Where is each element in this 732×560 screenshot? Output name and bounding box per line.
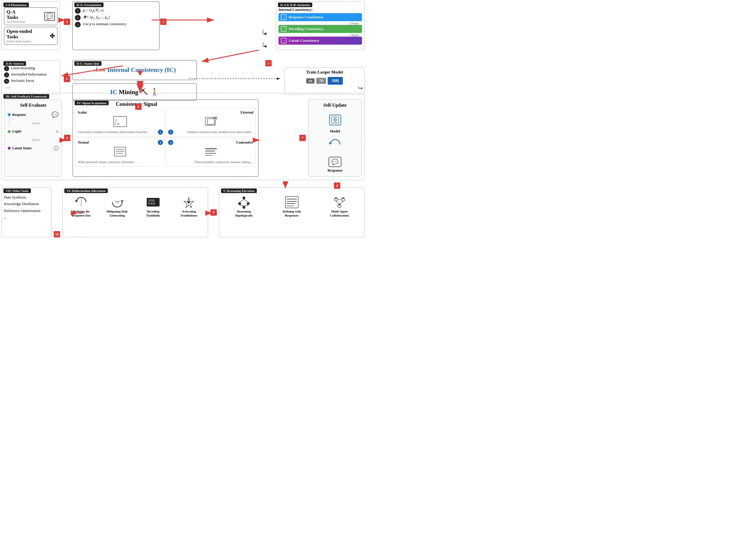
eval-response-left: Response	[8, 113, 26, 117]
reasoning-topo-label: ReasoningTopologically	[235, 209, 253, 218]
svg-line-60	[244, 199, 248, 202]
response-consistency-item: 1 Response Consistency	[279, 13, 362, 21]
model-2b: 2B	[306, 78, 315, 84]
signal-external: External Compiler execution results, fee…	[166, 108, 256, 137]
eval-response-item: Response 💬	[8, 111, 59, 118]
task-3: Preference Optimization	[4, 207, 49, 214]
scalar-fx-icon: 01 f x	[113, 116, 127, 127]
formula-text-2: 𝒴 = {y1, y2,..., yn}	[83, 15, 110, 20]
decoding-consistency-item: 2 Decoding Consistency	[279, 25, 362, 33]
src-text-2: Snowballed Hallucination	[11, 72, 47, 77]
refining-responses-icon	[284, 195, 300, 209]
arrow-1-badge: 1	[64, 19, 70, 25]
external-badge-2: 2	[168, 130, 173, 135]
signal-scalar: Scalar 01 f x Uncertainty/Confidence Est…	[75, 108, 165, 137]
inclusion-label: II-A & II-B: Inclusion	[278, 3, 312, 7]
signal-grid: Scalar 01 f x Uncertainty/Confidence Est…	[75, 108, 256, 167]
eval-response-label: Response	[12, 113, 26, 117]
formula-num-3: 3	[75, 22, 81, 27]
signal-contrastive: Contrastive Token probability comparison…	[166, 138, 256, 167]
src-text-3: Stochastic Parrot	[11, 79, 34, 83]
self-evaluate-box: Self-Evaluate Response 💬 Deeper	[5, 100, 62, 177]
activating-truthfulness-item: ActivatingTruthfulness	[176, 195, 202, 218]
sources-section: II-D: Sources 1 Latent Reasoning 2 Snowb…	[1, 60, 60, 94]
svg-point-75	[342, 198, 344, 199]
svg-rect-31	[114, 147, 126, 156]
refining-iter-label: Refining theResponse Iter.	[72, 209, 91, 218]
section3-container: III: Self-Feedback Framework Self-Evalua…	[1, 93, 365, 180]
section5-label: V: Reasoning Elevation	[221, 188, 257, 193]
textual-icon-container	[78, 146, 162, 158]
eval-logits-label: Logits	[12, 129, 21, 134]
status-quo-label: II-C: Status Quo	[74, 61, 102, 66]
refining-responses-item: Refining withResponses	[279, 195, 305, 218]
diagram-container: I-A Phenomena Q-ATasks Lack Reasoning 💬 …	[0, 0, 366, 280]
eval-logits-item: Logits ≡	[8, 128, 59, 135]
svg-line-61	[240, 205, 244, 206]
latent-icon: ⬡	[54, 145, 59, 152]
textual-title: Textual	[78, 140, 162, 145]
rc-num: 1	[281, 14, 287, 20]
section6-label: VI: Hallucination Alleviation	[64, 188, 108, 193]
latent-dot	[8, 147, 11, 150]
eval-logits-left: Logits	[8, 129, 21, 134]
decoding-truthfully-label: DecodingTruthfully	[146, 209, 160, 218]
self-update-box: Self-Update Model	[309, 100, 362, 177]
task-4: ...	[4, 214, 49, 221]
svg-line-72	[340, 201, 343, 204]
activating-icon	[181, 195, 197, 209]
arrow-7-badge: 7	[300, 135, 306, 141]
section5-box: V: Reasoning Elevation	[219, 187, 365, 237]
reasoning-topo-icon	[236, 195, 252, 209]
task-1: Data Synthesis	[4, 194, 49, 200]
train-model-title: Train Larger Model	[287, 70, 362, 75]
svg-marker-47	[329, 143, 332, 144]
formula-text-3: Use y to estimate consistency	[83, 22, 127, 26]
logits-icon: ≡	[55, 128, 59, 135]
mitigating-hall-item: Mitigating Hall.Generating	[104, 195, 130, 218]
deeper-eval-1: Deeper	[13, 122, 59, 125]
rc-text: Response Consistency	[289, 15, 324, 19]
formula-num-2: 2	[75, 15, 81, 21]
arrow-2-badge: 2	[160, 19, 166, 25]
source-2: 2 Snowballed Hallucination	[4, 72, 57, 78]
latent-consistency-item: 3 Latent Consistency	[279, 37, 362, 45]
model-7b: 7B	[316, 78, 326, 84]
deeper-1: ↓ Deeper	[279, 22, 362, 25]
update-model-icon	[327, 112, 344, 128]
scalar-badge-1: 1	[158, 130, 163, 135]
update-response-label: Response	[312, 168, 358, 173]
contrastive-icon	[204, 146, 218, 157]
arrow-3-badge: 3	[265, 60, 272, 66]
scalar-badges: 1	[158, 130, 163, 135]
deeper-eval-2: Deeper	[13, 138, 59, 141]
mitigating-hall-icon	[110, 195, 125, 209]
svg-point-55	[243, 196, 245, 199]
formula-3: 3 Use y to estimate consistency	[75, 22, 157, 27]
multi-agent-label: Multi-AgentCollaboration	[330, 209, 349, 218]
svg-point-56	[238, 202, 241, 205]
arrow-6-badge: 6	[64, 135, 70, 141]
contrastive-badges: 3	[168, 140, 173, 145]
cycle-icon	[328, 138, 342, 151]
multi-agent-item: Multi-AgentCollaboration	[327, 195, 352, 218]
formula-num-1: 1	[75, 8, 81, 14]
signal-label: IV: Signal Acquisition	[75, 101, 109, 105]
mitigating-hall-label: Mitigating Hall.Generating	[106, 209, 128, 218]
src-num-1: 1	[4, 66, 9, 71]
phenomena-section: I-A Phenomena Q-ATasks Lack Reasoning 💬 …	[1, 1, 60, 50]
contrastive-badge-3: 3	[168, 140, 173, 145]
curve-arrow-icon: ↩	[358, 85, 363, 92]
scalar-icon-container: 01 f x	[78, 116, 162, 128]
signal-textual: Textual Model generated critique, correc…	[75, 138, 165, 167]
textual-badge-4: 4	[158, 140, 163, 145]
section3-label: III: Self-Feedback Framework	[3, 94, 49, 99]
eval-latent-label: Latent States	[12, 146, 32, 150]
section6-icons: Refining theResponse Iter. Mitigating Ha…	[65, 195, 206, 218]
arrow-5-badge: 5	[135, 104, 142, 110]
source-3: 3 Stochastic Parrot	[4, 79, 57, 84]
svg-point-42	[335, 119, 336, 120]
contrastive-icon-container	[169, 146, 253, 158]
svg-marker-48	[75, 200, 78, 202]
svg-line-59	[240, 199, 244, 202]
